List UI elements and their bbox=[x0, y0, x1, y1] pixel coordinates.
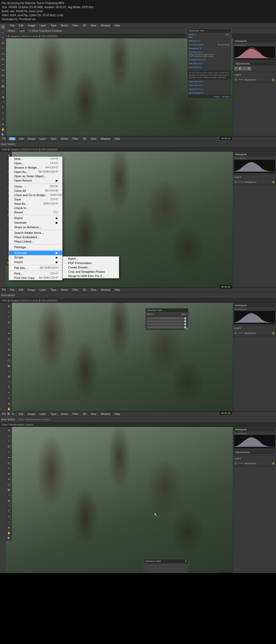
menu2-help[interactable]: Help bbox=[113, 137, 121, 140]
tool4-move[interactable]: ✥ bbox=[6, 428, 11, 433]
tool-eraser[interactable]: ◫ bbox=[1, 78, 5, 83]
menu4-help[interactable]: Help bbox=[113, 413, 121, 415]
menu4-type[interactable]: Type bbox=[50, 413, 58, 415]
tool2-pen[interactable]: ⌃ bbox=[6, 228, 11, 233]
menu4-edit[interactable]: Edit bbox=[18, 413, 24, 415]
tool2-path[interactable]: ↖ bbox=[6, 239, 11, 244]
menu3-ps[interactable]: PS bbox=[1, 288, 7, 291]
dir-effect2[interactable]: Effect 2Size Sky bbox=[187, 33, 231, 39]
tool4-clone[interactable]: ⊕ bbox=[6, 471, 11, 476]
tool-shape[interactable]: ▱ bbox=[1, 116, 5, 121]
layer-row-2[interactable]: Background 🔒 bbox=[234, 180, 275, 184]
tool3-pen[interactable]: ⌃ bbox=[6, 379, 11, 384]
menu-3d[interactable]: 3D bbox=[82, 24, 87, 27]
tool4-erase[interactable]: ◫ bbox=[6, 482, 11, 487]
tool2-hand[interactable]: ✋ bbox=[6, 255, 11, 260]
tool3-wand[interactable]: ⁂ bbox=[6, 320, 11, 325]
menu3-view[interactable]: View bbox=[89, 288, 98, 291]
tool3-brush[interactable]: ✏ bbox=[6, 342, 11, 346]
tool-brush[interactable]: ✏ bbox=[1, 62, 5, 67]
sel-slider-3[interactable] bbox=[145, 570, 187, 573]
layer-row-3[interactable]: Background 🔒 bbox=[234, 331, 275, 335]
menu-select[interactable]: Select bbox=[60, 24, 69, 27]
menu4-image[interactable]: Image bbox=[27, 413, 36, 415]
tool2-crop[interactable]: ⌗ bbox=[6, 174, 11, 179]
tool-hand[interactable]: ✋ bbox=[1, 127, 5, 132]
menu3-edit[interactable]: Edit bbox=[18, 288, 24, 291]
dir-analogue[interactable]: Analogue Efex Pro 2 bbox=[187, 58, 231, 62]
menu4-view[interactable]: View bbox=[89, 413, 98, 415]
layer-background[interactable]: Background 🔒 bbox=[234, 78, 275, 82]
tool3-path[interactable]: ↖ bbox=[6, 390, 11, 395]
menu3-layer[interactable]: Layer bbox=[39, 288, 47, 291]
tool-path-select[interactable]: ↖ bbox=[1, 111, 5, 115]
tool2-blur[interactable]: ○ bbox=[6, 217, 11, 222]
tool3-select[interactable]: ▭ bbox=[6, 309, 11, 314]
tool4-hand[interactable]: ✋ bbox=[6, 530, 11, 535]
menu2-file[interactable]: File bbox=[9, 137, 15, 140]
tool4-brush[interactable]: ✏ bbox=[6, 466, 11, 471]
tool3-blur[interactable]: ○ bbox=[6, 369, 11, 373]
tool3-dodge[interactable]: ◑ bbox=[6, 374, 11, 379]
tool3-heal[interactable]: ◎ bbox=[6, 336, 11, 341]
panel-row-effect2[interactable]: Effect 2None bbox=[146, 312, 188, 316]
tool2-erase[interactable]: ◫ bbox=[6, 207, 11, 212]
dir-nik[interactable]: Nik Presharpener bbox=[187, 91, 231, 95]
tool4-heal[interactable]: ◎ bbox=[6, 460, 11, 465]
tool2-dodge[interactable]: ◑ bbox=[6, 223, 11, 228]
dir-background[interactable]: Background bbox=[187, 39, 231, 43]
layer-eye-icon[interactable] bbox=[234, 78, 237, 81]
menu2-edit[interactable]: Edit bbox=[18, 137, 24, 140]
tool-3d[interactable]: ◈ bbox=[1, 121, 5, 126]
tool3-crop[interactable]: ⌗ bbox=[6, 325, 11, 330]
tool3-erase[interactable]: ◫ bbox=[6, 358, 11, 363]
tool4-zoom[interactable]: 🔍 bbox=[6, 536, 11, 541]
tool-gradient[interactable]: ▦ bbox=[1, 84, 5, 88]
layer-eye-3[interactable] bbox=[234, 332, 237, 334]
menu2-3d[interactable]: 3D bbox=[82, 137, 87, 140]
menu-image[interactable]: Image bbox=[27, 24, 36, 27]
menu3-3d[interactable]: 3D bbox=[82, 288, 87, 291]
menu2-ps[interactable]: PS bbox=[1, 137, 7, 140]
menu3-image[interactable]: Image bbox=[27, 288, 36, 291]
tool-move[interactable]: ✥ bbox=[1, 24, 5, 29]
slider-row-4[interactable] bbox=[147, 326, 187, 328]
menu3-type[interactable]: Type bbox=[50, 288, 58, 291]
tool2-text[interactable]: T bbox=[6, 234, 11, 238]
tool-magic-wand[interactable]: ⁂ bbox=[1, 40, 5, 45]
tool4-3d[interactable]: ◈ bbox=[6, 525, 11, 530]
menu-file[interactable]: File bbox=[9, 24, 15, 27]
tool3-zoom[interactable]: 🔍 bbox=[6, 412, 11, 417]
tool-crop[interactable]: ⌗ bbox=[1, 46, 5, 51]
tool4-eye[interactable]: ✒ bbox=[6, 455, 11, 460]
dir-silver2[interactable]: Silver Efex Pro 2 bbox=[187, 80, 231, 84]
menu-filter[interactable]: Filter bbox=[71, 24, 80, 27]
tool-blur[interactable]: ○ bbox=[1, 89, 5, 94]
tool4-lasso[interactable]: ⌖ bbox=[6, 439, 11, 444]
tool2-eye[interactable]: ✒ bbox=[6, 180, 11, 185]
tool4-wand[interactable]: ⁂ bbox=[6, 444, 11, 449]
menu2-window[interactable]: Window bbox=[100, 137, 112, 140]
dir-hdr[interactable]: HDR Efex Pro 2 Merge (Multiple Image Ser… bbox=[187, 50, 231, 58]
menu2-image[interactable]: Image bbox=[27, 137, 36, 140]
menu-window[interactable]: Window bbox=[100, 24, 112, 27]
tool4-select[interactable]: ▭ bbox=[6, 433, 11, 438]
tool4-grad[interactable]: ▦ bbox=[6, 487, 11, 492]
dir-sharpener[interactable]: Sharpener Pro 3 bbox=[187, 87, 231, 91]
menu3-window[interactable]: Window bbox=[100, 288, 112, 291]
menu4-layer[interactable]: Layer bbox=[39, 413, 47, 415]
menu4-select[interactable]: Select bbox=[60, 413, 69, 415]
adj-curves[interactable]: ∿ bbox=[243, 67, 247, 70]
dir-color[interactable]: Color Efex Pro bbox=[187, 66, 231, 69]
tool3-lasso[interactable]: ⌖ bbox=[6, 315, 11, 319]
adj-levels[interactable]: ▤ bbox=[247, 67, 251, 70]
tool-zoom[interactable]: 🔍 bbox=[1, 132, 5, 137]
menu-type[interactable]: Type bbox=[50, 24, 58, 27]
menu2-layer[interactable]: Layer bbox=[39, 137, 47, 140]
tool2-lasso[interactable]: ⌖ bbox=[6, 163, 11, 168]
tool-select-rect[interactable]: ▭ bbox=[1, 30, 5, 35]
tool3-grad[interactable]: ▦ bbox=[6, 363, 11, 368]
tool3-eye[interactable]: ✒ bbox=[6, 331, 11, 336]
tool-text[interactable]: T bbox=[1, 105, 5, 110]
dir-color4[interactable]: Color Efex Pro 4 bbox=[187, 62, 231, 66]
